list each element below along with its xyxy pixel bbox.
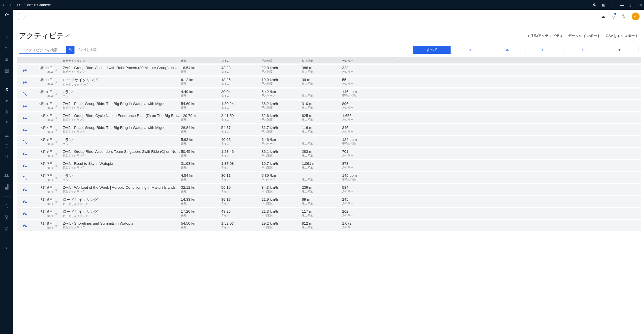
favorite-toggle[interactable]: ★ <box>54 78 63 87</box>
table-row[interactable]: 🚲︎ 6月 5日 2024 ★ Zwift - Shorelines and S… <box>17 220 641 231</box>
search-button[interactable]: 🔍︎ <box>66 46 74 54</box>
table-row[interactable]: 🚲︎ 6月 7日 2024 ★ Zwift - Road to Sky in W… <box>17 160 641 171</box>
table-row[interactable]: 🚲︎ 6月 6日 2024 ★ Zwift - Workout of the W… <box>17 184 641 195</box>
rail-bulb-icon[interactable]: ◌ <box>4 143 9 148</box>
rail-info-icon[interactable]: i <box>4 245 9 250</box>
row-speed: 32.6 km/h <box>262 114 302 118</box>
favorite-toggle[interactable]: ★ <box>54 137 63 146</box>
sort-caret-icon[interactable]: ▲ <box>398 60 403 63</box>
table-row[interactable]: 🚲︎ 6月 9日 2024 ★ Zwift - Pacer Group Ride… <box>17 124 641 135</box>
rail-stats-icon[interactable]: ⫿⫿ <box>4 154 9 159</box>
tab-walk[interactable]: 🚶︎ <box>563 46 601 54</box>
rail-activity-icon[interactable]: ✗ <box>4 87 9 92</box>
favorite-toggle[interactable]: ★ <box>54 209 63 218</box>
action-import-data[interactable]: データのインポート <box>568 33 601 38</box>
extensions-icon[interactable]: ⊞ <box>602 3 605 7</box>
favorite-toggle[interactable]: ★ <box>54 161 63 170</box>
favorite-toggle[interactable]: ★ <box>54 185 63 194</box>
rail-badge-icon[interactable]: ⬡ <box>4 203 9 209</box>
row-title: Zwift - Group Ride: Ascend with RoboPace… <box>63 66 181 70</box>
table-row[interactable]: 🚲︎ 6月 6日 2024 ★ ロードサイクリング ロードサイクリング 14.3… <box>17 196 641 207</box>
avatar[interactable]: ෯ <box>632 13 640 20</box>
favorite-toggle[interactable]: ★ <box>54 149 63 158</box>
maximize-button[interactable]: ▢ <box>630 3 633 7</box>
col-type-sublabel[interactable]: 仮想サイクリング <box>63 59 181 63</box>
favorite-toggle[interactable]: ★ <box>54 173 63 182</box>
table-row[interactable]: 🚲︎ 6月 6日 2024 ★ ロードサイクリング ロードサイクリング 17.2… <box>17 208 641 219</box>
tab-cycle[interactable]: 🚲︎ <box>488 46 526 54</box>
forward-button[interactable]: › <box>18 13 26 20</box>
col-time[interactable]: タイム <box>221 59 262 63</box>
col-calorie[interactable]: カロリー <box>342 59 398 63</box>
row-year: 2024 <box>29 131 53 134</box>
tab-run[interactable]: 🏃︎ <box>451 46 488 54</box>
rail-users-icon[interactable]: 👥︎ <box>4 173 9 178</box>
table-row[interactable]: 🏃︎ 6月 10日 2024 ★ - ラン ラン 4.49 km 距離 30:0… <box>17 89 641 99</box>
rail-group-icon[interactable]: ▟ <box>4 184 9 190</box>
row-subtype: 仮想サイクリング <box>63 166 181 170</box>
action-manual-activity[interactable]: + 手動アクティビティ <box>528 33 563 38</box>
row-subtype: 仮想サイクリング <box>63 130 181 134</box>
rail-home-icon[interactable]: ⌂ <box>4 34 9 40</box>
row-title: Zwift - Group Ride: Cycle Nation Enduran… <box>63 114 181 118</box>
table-row[interactable]: 🚲︎ 6月 8日 2024 ★ Zwift - Group Ride: Asce… <box>17 148 641 159</box>
cycle-icon: 🚲︎ <box>18 114 29 122</box>
rail-calendar-icon[interactable]: 📅︎ <box>4 57 9 62</box>
row-speed: 19.9 km/h <box>262 78 302 82</box>
row-subtype: 仮想サイクリング <box>63 225 181 229</box>
row-metric5: 584 <box>342 185 398 190</box>
row-elev: 625 m <box>302 114 342 118</box>
back-icon[interactable]: ← <box>9 3 13 8</box>
row-elev: 116 m <box>302 126 342 130</box>
row-elev: 69 m <box>302 197 342 202</box>
rail-heart-icon[interactable]: ♥ <box>4 98 9 104</box>
rail-news-icon[interactable]: ▤ <box>4 68 9 73</box>
row-elev: 1,061 m <box>302 161 342 166</box>
rail-run-icon[interactable]: ᕕ <box>4 109 9 115</box>
tab-favorite[interactable]: ★ <box>601 46 638 54</box>
table-row[interactable]: 🚲︎ 6月 11日 2024 ★ Zwift - Group Ride: Asc… <box>17 65 641 75</box>
table-row[interactable]: 🚲︎ 6月 10日 2024 ★ Zwift - Pacer Group Rid… <box>17 100 641 111</box>
close-button[interactable]: ✕ <box>639 3 642 7</box>
tab-strength[interactable]: ⊩⊢ <box>526 46 563 54</box>
favorite-toggle[interactable]: ★ <box>54 102 63 110</box>
search-input[interactable] <box>19 46 66 54</box>
activity-table[interactable]: 仮想サイクリング 距離 タイム 平均速度 線上昇量 カロリー ▲ 🚲︎ 6月 1… <box>13 57 644 334</box>
cycle-icon: 🚲︎ <box>18 78 29 87</box>
rail-refresh-icon[interactable]: ⟳ <box>4 12 9 18</box>
table-row[interactable]: 🚲︎ 6月 11日 2024 ★ ロードサイクリング ロードサイクリング 6.1… <box>17 77 641 87</box>
col-elev[interactable]: 線上昇量 <box>302 59 342 63</box>
col-distance[interactable]: 距離 <box>181 59 221 63</box>
row-distance: 6.12 km <box>181 78 221 82</box>
zoom-icon[interactable]: 🔍︎ <box>593 3 596 7</box>
favorite-toggle[interactable]: ★ <box>54 114 63 122</box>
favorite-toggle[interactable]: ★ <box>54 197 63 206</box>
table-row[interactable]: 🚲︎ 6月 9日 2024 ★ Zwift - Group Ride: Cycl… <box>17 112 641 123</box>
rail-target-icon[interactable]: ◎ <box>4 225 9 231</box>
favorite-toggle[interactable]: ★ <box>54 221 63 230</box>
favorite-toggle[interactable]: ★ <box>54 66 63 75</box>
col-speed[interactable]: 平均速度 <box>262 59 302 63</box>
rail-shoe-icon[interactable]: ▂ <box>4 131 9 137</box>
row-time: 40:05 <box>221 137 262 142</box>
table-row[interactable]: 🏃︎ 6月 8日 2024 ★ - ラン ラン 5.93 km 距離 40:05… <box>17 136 641 147</box>
reload-icon[interactable]: ⟳ <box>17 3 21 7</box>
action-export-csv[interactable]: CSVをエクスポート <box>606 33 638 38</box>
rail-trophy-icon[interactable]: 🏆︎ <box>4 214 9 220</box>
filter-tabs: すべて 🏃︎ 🚲︎ ⊩⊢ 🚶︎ ★ <box>413 46 638 54</box>
cloud-upload-icon[interactable]: ☁ <box>601 13 606 19</box>
table-row[interactable]: 🏃︎ 6月 7日 2024 ★ - ラン ラン 4.54 km 距離 30:11… <box>17 172 641 183</box>
tab-all[interactable]: すべて <box>413 46 451 54</box>
page-title: アクティビティ <box>19 31 71 41</box>
row-elev: -- <box>302 173 342 178</box>
favorite-toggle[interactable]: ★ <box>54 126 63 134</box>
more-icon[interactable]: ⋮ <box>611 3 615 7</box>
row-distance: 120.79 km <box>181 114 221 118</box>
rail-trend-icon[interactable]: 〜 <box>4 45 9 51</box>
favorite-toggle[interactable]: ★ <box>54 90 63 99</box>
minimize-button[interactable]: — <box>620 3 624 7</box>
cycle-icon: 🚲︎ <box>505 48 509 52</box>
inbox-icon[interactable]: ▽ <box>612 13 616 19</box>
rail-stopwatch-icon[interactable]: ⏱ <box>4 120 9 126</box>
device-icon[interactable]: ⌚︎ <box>622 13 626 19</box>
